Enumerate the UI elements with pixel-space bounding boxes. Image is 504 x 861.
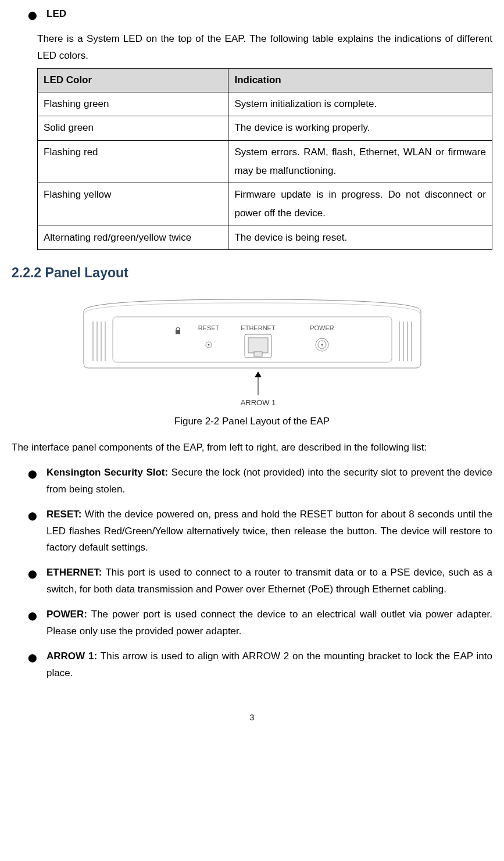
reset-label: RESET — [198, 324, 219, 331]
figure-caption: Figure 2-2 Panel Layout of the EAP — [12, 413, 492, 430]
cell-color: Flashing yellow — [38, 183, 228, 226]
table-row: Flashing yellow Firmware update is in pr… — [38, 183, 492, 226]
led-intro: There is a System LED on the top of the … — [12, 31, 492, 65]
item-content: RESET: With the device powered on, press… — [47, 506, 492, 557]
table-row: Alternating red/green/yellow twice The d… — [38, 226, 492, 249]
bullet-icon: ⬤ — [28, 609, 37, 623]
svg-rect-13 — [248, 338, 268, 353]
page-number: 3 — [12, 711, 492, 725]
svg-point-17 — [321, 344, 323, 346]
figure-container: RESET ETHERNET POWER ARROW 1 Figure 2-2 … — [12, 294, 492, 430]
panel-layout-illustration: RESET ETHERNET POWER ARROW 1 — [72, 294, 432, 410]
power-label: POWER — [310, 324, 334, 331]
arrow-label: ARROW 1 — [240, 398, 276, 407]
svg-rect-9 — [176, 330, 180, 334]
led-heading: LED — [47, 6, 66, 23]
bullet-icon: ⬤ — [28, 509, 37, 523]
svg-point-11 — [208, 344, 209, 346]
list-item: ⬤ ETHERNET: This port is used to connect… — [12, 565, 492, 598]
cell-indication: System initialization is complete. — [228, 92, 492, 116]
item-content: ETHERNET: This port is used to connect t… — [47, 565, 492, 598]
cell-indication: Firmware update is in progress. Do not d… — [228, 183, 492, 226]
bullet-icon: ⬤ — [28, 9, 37, 23]
bullet-icon: ⬤ — [28, 651, 37, 665]
bullet-icon: ⬤ — [28, 567, 37, 581]
item-desc: This port is used to connect to a router… — [47, 567, 492, 595]
item-title: Kensington Security Slot: — [47, 467, 171, 478]
list-item: ⬤ POWER: The power port is used connect … — [12, 606, 492, 640]
arrow-up-icon — [255, 371, 262, 377]
item-title: ARROW 1: — [47, 651, 101, 662]
led-heading-item: ⬤ LED — [12, 6, 492, 23]
item-desc: The power port is used connect the devic… — [47, 609, 492, 637]
section-title: Panel Layout — [45, 265, 128, 280]
item-title: POWER: — [47, 609, 91, 620]
item-desc: This arrow is used to align with ARROW 2… — [47, 651, 492, 678]
bullet-icon: ⬤ — [28, 467, 37, 481]
interface-intro: The interface panel components of the EA… — [12, 440, 492, 456]
cell-color: Solid green — [38, 116, 228, 140]
th-indication: Indication — [228, 68, 492, 92]
cell-indication: The device is working properly. — [228, 116, 492, 140]
table-row: Flashing red System errors. RAM, flash, … — [38, 140, 492, 183]
cell-indication: The device is being reset. — [228, 226, 492, 249]
cell-color: Flashing green — [38, 92, 228, 116]
list-item: ⬤ ARROW 1: This arrow is used to align w… — [12, 648, 492, 682]
led-table: LED Color Indication Flashing green Syst… — [37, 68, 492, 250]
item-title: RESET: — [47, 509, 85, 520]
svg-rect-14 — [254, 352, 262, 356]
cell-indication: System errors. RAM, flash, Ethernet, WLA… — [228, 140, 492, 183]
item-content: POWER: The power port is used connect th… — [47, 606, 492, 640]
item-content: ARROW 1: This arrow is used to align wit… — [47, 648, 492, 682]
item-title: ETHERNET: — [47, 567, 105, 578]
table-row: Solid green The device is working proper… — [38, 116, 492, 140]
section-heading: 2.2.2 Panel Layout — [12, 262, 492, 284]
item-content: Kensington Security Slot: Secure the loc… — [47, 465, 492, 498]
table-row: Flashing green System initialization is … — [38, 92, 492, 116]
list-item: ⬤ Kensington Security Slot: Secure the l… — [12, 465, 492, 498]
item-desc: With the device powered on, press and ho… — [47, 509, 492, 553]
th-color: LED Color — [38, 68, 228, 92]
ethernet-label: ETHERNET — [241, 324, 276, 331]
cell-color: Alternating red/green/yellow twice — [38, 226, 228, 249]
section-number: 2.2.2 — [12, 265, 41, 280]
cell-color: Flashing red — [38, 140, 228, 183]
list-item: ⬤ RESET: With the device powered on, pre… — [12, 506, 492, 557]
